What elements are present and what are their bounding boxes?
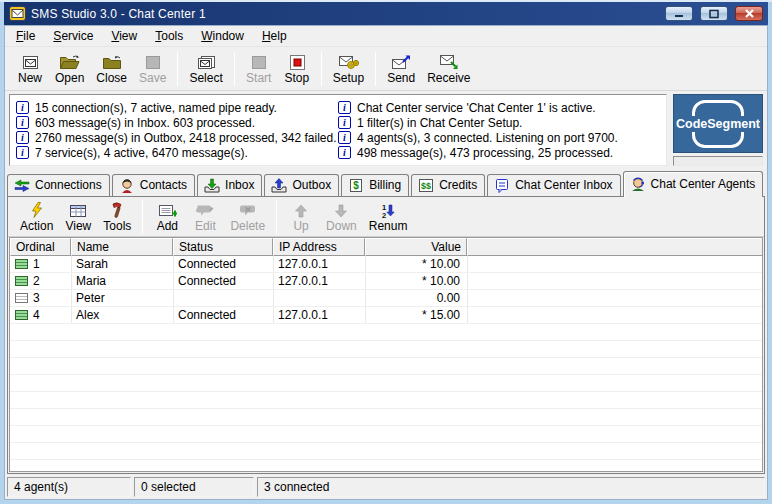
info-icon: i	[338, 131, 351, 144]
table-row[interactable]: 3 Peter 0.00	[10, 290, 762, 307]
status-connected-count: 3 connected	[257, 477, 765, 497]
cell-value: * 15.00	[365, 308, 467, 322]
agents-table: Ordinal Name Status IP Address Value 1 S	[9, 237, 763, 472]
progress-bar-placeholder	[673, 156, 763, 166]
edit-button[interactable]: Edit	[186, 197, 224, 237]
tab-connections[interactable]: Connections	[7, 174, 110, 196]
down-arrow-icon	[334, 201, 348, 218]
view-button[interactable]: View	[59, 197, 97, 237]
closed-folder-icon	[102, 53, 122, 70]
select-envelopes-icon	[196, 53, 216, 70]
info-line-agents: i4 agents(s), 3 connected. Listening on …	[338, 130, 660, 145]
agent-list-icon	[15, 293, 28, 303]
cell-name: Sarah	[71, 257, 173, 271]
setup-button[interactable]: Setup	[327, 49, 370, 89]
add-icon	[158, 201, 177, 218]
svg-text:$$: $$	[421, 181, 431, 191]
cell-ip-address: 127.0.0.1	[273, 257, 365, 271]
logo-column: CodeSegment	[673, 94, 763, 166]
send-button[interactable]: Send	[381, 49, 421, 89]
column-header-status[interactable]: Status	[173, 238, 273, 256]
table-row[interactable]: 2 Maria Connected 127.0.0.1 * 10.00	[10, 273, 762, 290]
svg-text:$: $	[353, 180, 359, 191]
main-toolbar: New Open Close Save Select Star	[5, 47, 767, 91]
renum-button[interactable]: 12 Renum	[363, 197, 414, 237]
cell-ip-address: 127.0.0.1	[273, 308, 365, 322]
empty-rows-area	[10, 324, 762, 471]
info-line-inbox: i603 message(s) in Inbox. 603 processed.	[16, 115, 338, 130]
minimize-button[interactable]	[665, 6, 693, 21]
close-button[interactable]	[735, 6, 763, 21]
menu-help[interactable]: Help	[253, 27, 296, 45]
stop-button[interactable]: Stop	[278, 49, 316, 89]
title-bar[interactable]: SMS Studio 3.0 - Chat Center 1	[4, 2, 768, 25]
info-icon: i	[16, 131, 29, 144]
new-envelope-icon	[21, 53, 40, 70]
logo-text: CodeSegment	[675, 116, 761, 132]
delete-button[interactable]: Delete	[224, 197, 271, 237]
app-envelope-icon	[9, 6, 26, 21]
outbox-icon	[271, 178, 287, 193]
menu-view[interactable]: View	[102, 27, 146, 45]
menu-tools[interactable]: Tools	[146, 27, 192, 45]
cell-name: Alex	[71, 308, 173, 322]
stop-icon	[289, 53, 305, 70]
tab-billing[interactable]: $ Billing	[341, 174, 409, 196]
save-button[interactable]: Save	[133, 49, 172, 89]
add-button[interactable]: Add	[148, 197, 186, 237]
tools-button[interactable]: Tools	[97, 197, 137, 237]
info-icon: i	[338, 146, 351, 159]
info-line-messages: i498 message(s), 473 processing, 25 proc…	[338, 145, 660, 160]
credits-dollars-icon: $$	[418, 178, 434, 193]
app-body: File Service View Tools Window Help New …	[4, 25, 768, 500]
menu-service[interactable]: Service	[44, 27, 102, 45]
menu-file[interactable]: File	[7, 27, 44, 45]
table-header-row: Ordinal Name Status IP Address Value	[10, 238, 762, 256]
edit-icon	[196, 201, 214, 218]
tab-chat-center-agents[interactable]: Chat Center Agents	[623, 171, 764, 197]
window-title: SMS Studio 3.0 - Chat Center 1	[31, 7, 658, 21]
cell-name: Maria	[71, 274, 173, 288]
open-folder-icon	[59, 53, 80, 70]
menu-window[interactable]: Window	[192, 27, 253, 45]
renumber-icon: 12	[380, 201, 396, 218]
action-button[interactable]: Action	[14, 197, 59, 237]
info-icon: i	[16, 116, 29, 129]
select-button[interactable]: Select	[183, 49, 228, 89]
agent-list-icon	[15, 310, 28, 320]
close-folder-button[interactable]: Close	[90, 49, 133, 89]
down-button[interactable]: Down	[320, 197, 363, 237]
tab-credits[interactable]: $$ Credits	[411, 174, 485, 196]
new-button[interactable]: New	[11, 49, 49, 89]
column-header-name[interactable]: Name	[71, 238, 173, 256]
column-header-value[interactable]: Value	[365, 238, 467, 256]
info-line-outbox: i2760 message(s) in Outbox, 2418 process…	[16, 130, 338, 145]
tab-outbox[interactable]: Outbox	[264, 174, 339, 196]
tab-inbox[interactable]: Inbox	[197, 174, 262, 196]
tab-contacts[interactable]: Contacts	[112, 174, 195, 196]
info-line-services: i7 service(s), 4 active, 6470 message(s)…	[16, 145, 338, 160]
start-icon	[251, 53, 267, 70]
status-info-row: i15 connection(s), 7 active, named pipe …	[5, 91, 767, 170]
column-header-ordinal[interactable]: Ordinal	[10, 238, 71, 256]
contact-person-icon	[119, 178, 135, 193]
open-button[interactable]: Open	[49, 49, 90, 89]
up-button[interactable]: Up	[282, 197, 320, 237]
tab-chat-center-inbox[interactable]: Chat Center Inbox	[487, 174, 620, 196]
receive-button[interactable]: Receive	[421, 49, 476, 89]
start-button[interactable]: Start	[240, 49, 278, 89]
app-window: SMS Studio 3.0 - Chat Center 1 File Serv…	[0, 0, 772, 504]
table-row[interactable]: 4 Alex Connected 127.0.0.1 * 15.00	[10, 307, 762, 324]
billing-dollar-icon: $	[348, 178, 364, 193]
status-selected-count: 0 selected	[134, 477, 254, 497]
delete-icon	[239, 201, 257, 218]
agent-list-icon	[15, 259, 28, 269]
info-icon: i	[16, 101, 29, 114]
table-row[interactable]: 1 Sarah Connected 127.0.0.1 * 10.00	[10, 256, 762, 273]
tab-strip: Connections Contacts Inbox Outbox $ Bill…	[5, 170, 767, 196]
maximize-button[interactable]	[700, 6, 728, 21]
agent-headset-icon	[630, 176, 646, 191]
column-header-ip-address[interactable]: IP Address	[273, 238, 365, 256]
info-line-chat-service: iChat Center service 'Chat Center 1' is …	[338, 100, 660, 115]
cell-ip-address: 127.0.0.1	[273, 274, 365, 288]
